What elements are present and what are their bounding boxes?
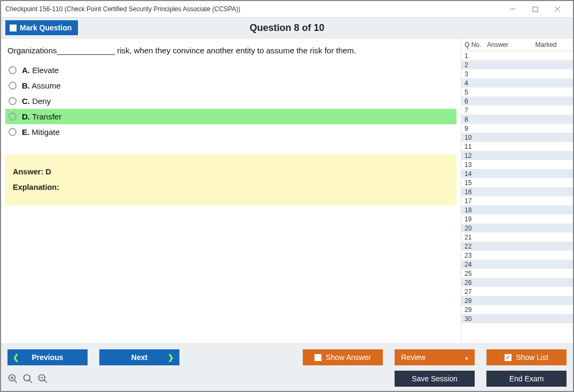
question-list-row[interactable]: 9 (461, 124, 573, 133)
choice-e[interactable]: E. Mitigate (5, 124, 457, 140)
footer-row-top: ❮ Previous Next ❯ Show Answer Review ▲ ✓… (7, 349, 567, 365)
question-list-pane: Q No. Answer Marked 12345678910111213141… (461, 38, 573, 343)
radio-icon (9, 128, 17, 136)
col-header-qno: Q No. (461, 41, 487, 49)
answer-box: Answer: D Explanation: (5, 155, 457, 205)
next-button[interactable]: Next ❯ (99, 349, 179, 365)
show-answer-button[interactable]: Show Answer (303, 349, 383, 365)
question-list-row[interactable]: 28 (461, 296, 573, 305)
save-session-button[interactable]: Save Session (395, 371, 475, 387)
question-list-row[interactable]: 18 (461, 205, 573, 214)
footer-row-bottom: Save Session End Exam (7, 371, 567, 387)
show-list-button[interactable]: ✓ Show List (486, 349, 567, 365)
zoom-out-icon[interactable] (37, 373, 48, 384)
previous-label: Previous (32, 353, 63, 362)
question-list-row[interactable]: 17 (461, 196, 573, 205)
title-bar: Checkpoint 156-110 (Check Point Certifie… (1, 1, 573, 17)
next-label: Next (131, 353, 147, 362)
checkbox-icon (314, 354, 321, 361)
choice-c[interactable]: C. Deny (5, 93, 457, 109)
explanation-label: Explanation: (13, 180, 449, 195)
checkbox-checked-icon: ✓ (505, 354, 512, 361)
svg-line-5 (14, 380, 17, 383)
choices-list: A. ElevateB. AssumeC. DenyD. TransferE. … (5, 62, 457, 140)
end-exam-button[interactable]: End Exam (486, 371, 567, 387)
header-bar: Mark Question Question 8 of 10 (1, 17, 573, 38)
close-button[interactable] (546, 2, 569, 17)
chevron-right-icon: ❯ (168, 353, 174, 362)
question-list-row[interactable]: 19 (461, 214, 573, 223)
question-counter: Question 8 of 10 (1, 22, 573, 34)
question-list-row[interactable]: 27 (461, 287, 573, 296)
show-list-label: Show List (516, 353, 548, 362)
question-list-row[interactable]: 24 (461, 260, 573, 269)
question-list-row[interactable]: 4 (461, 78, 573, 87)
question-list-row[interactable]: 26 (461, 278, 573, 287)
question-list-row[interactable]: 12 (461, 151, 573, 160)
question-list-row[interactable]: 5 (461, 87, 573, 97)
question-list-row[interactable]: 16 (461, 187, 573, 196)
question-list-row[interactable]: 21 (461, 233, 573, 242)
zoom-reset-icon[interactable] (22, 373, 33, 384)
review-button[interactable]: Review ▲ (395, 349, 475, 365)
question-list-row[interactable]: 14 (461, 169, 573, 178)
choice-b[interactable]: B. Assume (5, 78, 457, 93)
question-list-row[interactable]: 20 (461, 223, 573, 233)
question-list-row[interactable]: 8 (461, 115, 573, 124)
question-list-row[interactable]: 23 (461, 251, 573, 260)
mark-question-label: Mark Question (20, 23, 72, 32)
choice-label: A. Elevate (22, 66, 59, 75)
question-list-row[interactable]: 10 (461, 133, 573, 142)
radio-icon (9, 82, 17, 90)
svg-rect-1 (533, 7, 538, 12)
body-area: Organizations_____________ risk, when th… (1, 38, 573, 343)
question-list-row[interactable]: 2 (461, 60, 573, 69)
question-list-row[interactable]: 1 (461, 51, 573, 60)
svg-point-8 (24, 375, 30, 381)
choice-d[interactable]: D. Transfer (5, 109, 457, 124)
choice-label: C. Deny (22, 97, 51, 106)
question-list-row[interactable]: 6 (461, 97, 573, 106)
radio-icon (9, 66, 17, 74)
end-exam-label: End Exam (509, 374, 544, 383)
question-list[interactable]: 1234567891011121314151617181920212223242… (461, 51, 573, 343)
previous-button[interactable]: ❮ Previous (7, 349, 88, 365)
col-header-marked: Marked (526, 41, 565, 49)
show-answer-label: Show Answer (326, 353, 371, 362)
question-list-row[interactable]: 13 (461, 160, 573, 169)
choice-label: D. Transfer (22, 112, 61, 121)
question-list-row[interactable]: 11 (461, 142, 573, 151)
window-title: Checkpoint 156-110 (Check Point Certifie… (5, 5, 501, 13)
question-list-row[interactable]: 7 (461, 106, 573, 115)
choice-label: B. Assume (22, 81, 61, 90)
question-list-row[interactable]: 30 (461, 314, 573, 323)
question-list-row[interactable]: 22 (461, 242, 573, 251)
svg-line-9 (29, 380, 32, 383)
chevron-left-icon: ❮ (13, 353, 19, 362)
maximize-button[interactable] (524, 2, 546, 17)
svg-line-11 (44, 380, 47, 383)
review-label: Review (401, 353, 426, 362)
col-header-answer: Answer (487, 41, 526, 49)
question-text: Organizations_____________ risk, when th… (5, 46, 457, 62)
zoom-in-icon[interactable] (7, 373, 18, 384)
question-list-row[interactable]: 25 (461, 269, 573, 278)
radio-icon (9, 97, 17, 105)
question-pane: Organizations_____________ risk, when th… (1, 38, 461, 343)
question-list-row[interactable]: 3 (461, 69, 573, 78)
save-session-label: Save Session (412, 374, 458, 383)
window-controls (501, 2, 569, 17)
question-list-header: Q No. Answer Marked (461, 38, 573, 51)
choice-label: E. Mitigate (22, 127, 60, 137)
question-list-row[interactable]: 15 (461, 178, 573, 187)
answer-label: Answer: D (13, 164, 449, 180)
choice-a[interactable]: A. Elevate (5, 62, 457, 78)
mark-question-button[interactable]: Mark Question (5, 20, 78, 35)
footer: ❮ Previous Next ❯ Show Answer Review ▲ ✓… (1, 343, 573, 391)
app-window: Checkpoint 156-110 (Check Point Certifie… (0, 0, 574, 392)
question-list-row[interactable]: 29 (461, 305, 573, 314)
zoom-controls (7, 373, 48, 384)
radio-icon (9, 113, 17, 121)
caret-up-icon: ▲ (464, 355, 469, 361)
minimize-button[interactable] (501, 2, 524, 17)
